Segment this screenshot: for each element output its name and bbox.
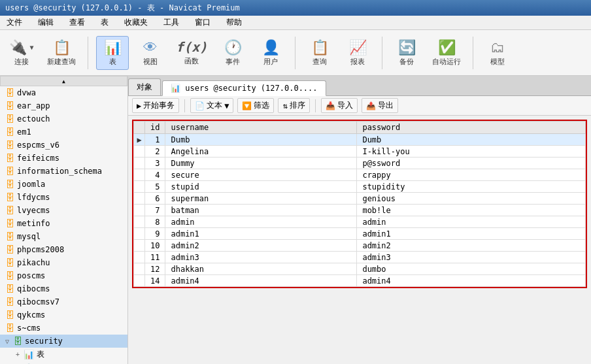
table-row[interactable]: 9admin1admin1 xyxy=(134,228,586,240)
cell-password[interactable]: stupidity xyxy=(357,181,586,193)
table-row[interactable]: 5stupidstupidity xyxy=(134,181,586,193)
sidebar-item-espcms_v6[interactable]: 🗄 espcms_v6 xyxy=(0,139,127,152)
cell-username[interactable]: admin xyxy=(165,216,357,228)
cell-password[interactable]: p@ssword xyxy=(357,157,586,169)
sidebar-item-security[interactable]: ▽ 🗄 security xyxy=(0,335,127,348)
table-row[interactable]: 4securecrappy xyxy=(134,169,586,181)
toolbar-user[interactable]: 👤 用户 xyxy=(254,37,287,69)
table-row[interactable]: 10admin2admin2 xyxy=(134,240,586,252)
table-row[interactable]: 2AngelinaI-kill-you xyxy=(134,146,586,157)
cell-username[interactable]: dhakkan xyxy=(165,263,357,275)
table-row[interactable]: ▶1DumbDumb xyxy=(134,134,586,146)
toolbar-event[interactable]: 🕐 事件 xyxy=(216,37,249,69)
sidebar-item-mysql[interactable]: 🗄 mysql xyxy=(0,230,127,243)
start-transaction-btn[interactable]: ▶ 开始事务 xyxy=(132,98,179,113)
cell-id[interactable]: 14 xyxy=(145,275,165,287)
toolbar-new-query[interactable]: 📋 新建查询 xyxy=(43,37,80,69)
toolbar-model[interactable]: 🗂 模型 xyxy=(481,37,514,69)
sidebar-item-dvwa[interactable]: 🗄 dvwa xyxy=(0,86,127,99)
toolbar-table[interactable]: 📊 表 xyxy=(96,36,129,70)
toolbar-connect[interactable]: 🔌 ▼ 连接 xyxy=(5,37,38,69)
table-row[interactable]: 8adminadmin xyxy=(134,216,586,228)
sidebar-item-poscms[interactable]: 🗄 poscms xyxy=(0,269,127,282)
toolbar-auto-run[interactable]: ✅ 自动运行 xyxy=(428,37,465,69)
cell-username[interactable]: secure xyxy=(165,169,357,181)
cell-password[interactable]: dumbo xyxy=(357,263,586,275)
cell-password[interactable]: admin2 xyxy=(357,240,586,252)
filter-btn[interactable]: 🔽 筛选 xyxy=(237,98,274,113)
toolbar-backup[interactable]: 🔄 备份 xyxy=(390,37,423,69)
cell-username[interactable]: stupid xyxy=(165,181,357,193)
toolbar-report[interactable]: 📈 报表 xyxy=(341,37,374,69)
table-row[interactable]: 12dhakkandumbo xyxy=(134,263,586,275)
sidebar-item-pikachu[interactable]: 🗄 pikachu xyxy=(0,256,127,269)
cell-id[interactable]: 7 xyxy=(145,205,165,216)
cell-password[interactable]: I-kill-you xyxy=(357,146,586,157)
menu-edit[interactable]: 编辑 xyxy=(34,16,58,29)
sidebar-item-lvyecms[interactable]: 🗄 lvyecms xyxy=(0,204,127,217)
sidebar-item-feifeicms[interactable]: 🗄 feifeicms xyxy=(0,152,127,165)
cell-password[interactable]: Dumb xyxy=(357,134,586,146)
cell-id[interactable]: 2 xyxy=(145,146,165,157)
cell-password[interactable]: admin1 xyxy=(357,228,586,240)
cell-username[interactable]: Angelina xyxy=(165,146,357,157)
sidebar-scroll-up[interactable]: ▲ xyxy=(0,76,127,86)
toolbar-query[interactable]: 📋 查询 xyxy=(303,37,336,69)
col-password[interactable]: password xyxy=(357,122,586,134)
sidebar-item-metinfo[interactable]: 🗄 metinfo xyxy=(0,217,127,230)
menu-window[interactable]: 窗口 xyxy=(191,16,214,29)
cell-id[interactable]: 6 xyxy=(145,193,165,205)
menu-tools[interactable]: 工具 xyxy=(160,16,183,29)
menu-help[interactable]: 帮助 xyxy=(222,16,246,29)
col-username[interactable]: username xyxy=(165,122,357,134)
table-row[interactable]: 3Dummyp@ssword xyxy=(134,157,586,169)
export-btn[interactable]: 📤 导出 xyxy=(362,98,398,113)
cell-password[interactable]: genious xyxy=(357,193,586,205)
cell-username[interactable]: Dummy xyxy=(165,157,357,169)
text-btn[interactable]: 📄 文本 ▼ xyxy=(190,98,233,113)
cell-username[interactable]: superman xyxy=(165,193,357,205)
sidebar-item-lfdycms[interactable]: 🗄 lfdycms xyxy=(0,191,127,204)
cell-username[interactable]: Dumb xyxy=(165,134,357,146)
cell-id[interactable]: 4 xyxy=(145,169,165,181)
table-row[interactable]: 7batmanmob!le xyxy=(134,205,586,216)
menu-view[interactable]: 查看 xyxy=(65,16,89,29)
cell-id[interactable]: 3 xyxy=(145,157,165,169)
menu-favorites[interactable]: 收藏夹 xyxy=(120,16,152,29)
cell-id[interactable]: 1 xyxy=(145,134,165,146)
sidebar-item-ear_app[interactable]: 🗄 ear_app xyxy=(0,99,127,112)
cell-id[interactable]: 10 xyxy=(145,240,165,252)
cell-username[interactable]: admin2 xyxy=(165,240,357,252)
sidebar-item-qibocmsv7[interactable]: 🗄 qibocmsv7 xyxy=(0,295,127,308)
sort-btn[interactable]: ⇅ 排序 xyxy=(278,98,309,113)
tab-objects[interactable]: 对象 xyxy=(128,78,161,95)
cell-username[interactable]: batman xyxy=(165,205,357,216)
cell-id[interactable]: 5 xyxy=(145,181,165,193)
sidebar-item-em1[interactable]: 🗄 em1 xyxy=(0,125,127,139)
table-row[interactable]: 6supermangenious xyxy=(134,193,586,205)
table-row[interactable]: 14admin4admin4 xyxy=(134,275,586,287)
sidebar-item-phpcms2008[interactable]: 🗄 phpcms2008 xyxy=(0,243,127,256)
cell-password[interactable]: admin3 xyxy=(357,252,586,263)
cell-id[interactable]: 8 xyxy=(145,216,165,228)
import-btn[interactable]: 📥 导入 xyxy=(321,98,358,113)
cell-username[interactable]: admin4 xyxy=(165,275,357,287)
cell-id[interactable]: 11 xyxy=(145,252,165,263)
sidebar-subitem-table[interactable]: + 📊 表 xyxy=(0,348,127,361)
menu-table[interactable]: 表 xyxy=(97,16,112,29)
cell-password[interactable]: admin4 xyxy=(357,275,586,287)
cell-username[interactable]: admin3 xyxy=(165,252,357,263)
cell-password[interactable]: mob!le xyxy=(357,205,586,216)
sidebar-item-joomla[interactable]: 🗄 joomla xyxy=(0,178,127,191)
cell-id[interactable]: 9 xyxy=(145,228,165,240)
menu-file[interactable]: 文件 xyxy=(3,16,26,29)
cell-password[interactable]: crappy xyxy=(357,169,586,181)
cell-username[interactable]: admin1 xyxy=(165,228,357,240)
sidebar-item-qykcms[interactable]: 🗄 qykcms xyxy=(0,308,127,322)
col-id[interactable]: id xyxy=(145,122,165,134)
sidebar-subitem-view[interactable]: + 📋 视图 xyxy=(0,361,127,364)
sidebar-item-s-cms[interactable]: 🗄 s~cms xyxy=(0,322,127,335)
sidebar-item-qibocms[interactable]: 🗄 qibocms xyxy=(0,282,127,295)
toolbar-view[interactable]: 👁 视图 xyxy=(134,37,167,69)
cell-id[interactable]: 12 xyxy=(145,263,165,275)
